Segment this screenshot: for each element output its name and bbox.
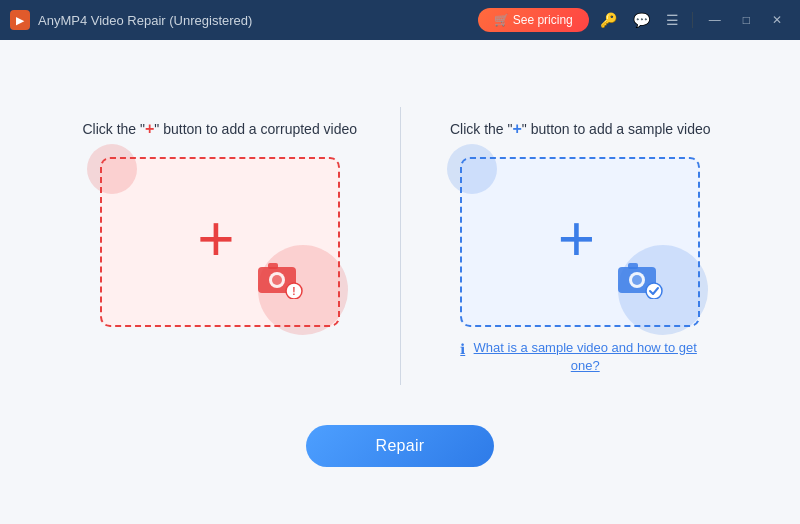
help-circle-icon: ℹ [460,340,465,360]
corrupted-instruction: Click the "+" button to add a corrupted … [82,117,357,141]
corrupted-upload-box[interactable]: + ! [100,157,340,327]
key-icon-button[interactable]: 🔑 [595,10,622,30]
title-bar: ▶ AnyMP4 Video Repair (Unregistered) 🛒 S… [0,0,800,40]
corrupted-plus-icon: + [197,207,234,271]
see-pricing-button[interactable]: 🛒 See pricing [478,8,588,32]
svg-point-8 [632,275,642,285]
svg-rect-3 [268,263,278,269]
maximize-button[interactable]: □ [735,11,758,29]
app-icon: ▶ [10,10,30,30]
corrupted-camera-icon: ! [254,255,308,303]
app-title: AnyMP4 Video Repair (Unregistered) [38,13,252,28]
svg-point-2 [272,275,282,285]
panels-row: Click the "+" button to add a corrupted … [40,97,760,395]
title-bar-center: 🛒 See pricing 🔑 💬 ☰ — □ ✕ [478,8,790,32]
sample-instruction: Click the "+" button to add a sample vid… [450,117,711,141]
deco-circle-blue-2 [447,144,497,194]
svg-text:!: ! [292,286,295,297]
sample-plus-text: + [513,120,522,137]
menu-icon-button[interactable]: ☰ [661,10,684,30]
corrupted-plus-text: + [145,120,154,137]
svg-point-10 [646,283,662,299]
repair-button[interactable]: Repair [306,425,495,467]
help-link-text: What is a sample video and how to get on… [470,339,700,375]
close-button[interactable]: ✕ [764,11,790,29]
title-bar-left: ▶ AnyMP4 Video Repair (Unregistered) [10,10,478,30]
svg-rect-9 [628,263,638,269]
sample-help-link[interactable]: ℹ What is a sample video and how to get … [460,339,700,375]
repair-button-wrap: Repair [306,425,495,467]
title-divider [692,12,693,28]
sample-video-panel: Click the "+" button to add a sample vid… [401,97,761,395]
corrupted-video-panel: Click the "+" button to add a corrupted … [40,97,400,347]
sample-camera-icon [614,255,668,303]
sample-upload-box[interactable]: + [460,157,700,327]
minimize-button[interactable]: — [701,11,729,29]
deco-circle-red-2 [87,144,137,194]
sample-plus-icon: + [558,207,595,271]
main-content: Click the "+" button to add a corrupted … [0,40,800,524]
chat-icon-button[interactable]: 💬 [628,10,655,30]
